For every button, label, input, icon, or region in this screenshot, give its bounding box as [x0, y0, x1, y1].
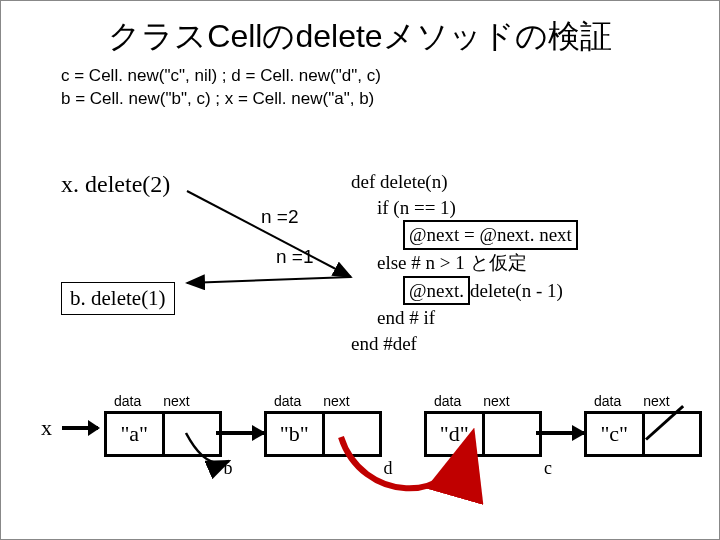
setup-code: c = Cell. new("c", nil) ; d = Cell. new(… — [1, 65, 719, 111]
code-line-recurse-highlight: @next. — [403, 276, 470, 306]
header-next: next — [163, 393, 189, 409]
cell-b-data: "b" — [267, 414, 325, 454]
cell-under-c: c — [544, 458, 552, 479]
page-title: クラスCellのdeleteメソッドの検証 — [1, 1, 719, 65]
calls-block: x. delete(2) n =2 n =1 b. delete(1) — [61, 171, 341, 315]
x-arrow-icon — [62, 426, 98, 430]
cell-a: data next "a" b — [104, 393, 222, 457]
setup-line1: c = Cell. new("c", nil) ; d = Cell. new(… — [61, 65, 719, 88]
code-line-else: else # n > 1 と仮定 — [351, 250, 578, 276]
header-next: next — [323, 393, 349, 409]
n-equals-1: n =1 — [276, 246, 314, 268]
header-data: data — [594, 393, 621, 409]
header-data: data — [274, 393, 301, 409]
code-line-then-highlight: @next = @next. next — [403, 220, 578, 250]
cell-under-b: b — [223, 458, 232, 479]
cell-under-d: d — [383, 458, 392, 479]
header-next: next — [483, 393, 509, 409]
n-equals-2: n =2 — [261, 206, 299, 228]
pointer-arrow-icon — [536, 431, 584, 435]
header-data: data — [434, 393, 461, 409]
cell-c-data: "c" — [587, 414, 645, 454]
cell-d-next — [485, 414, 540, 454]
method-code: def delete(n) if (n == 1) @next = @next.… — [351, 169, 578, 356]
setup-line2: b = Cell. new("b", c) ; x = Cell. new("a… — [61, 88, 719, 111]
cells-row: x data next "a" b data next "b" d — [41, 393, 702, 457]
cell-a-next — [165, 414, 220, 454]
header-next: next — [643, 393, 669, 409]
cell-a-data: "a" — [107, 414, 165, 454]
code-line-endif: end # if — [351, 305, 578, 331]
header-data: data — [114, 393, 141, 409]
call-b-delete: b. delete(1) — [61, 282, 175, 315]
code-line-enddef: end #def — [351, 331, 578, 357]
cell-c: data next "c" — [584, 393, 702, 457]
cell-d: data next "d" c — [424, 393, 542, 457]
pointer-arrow-icon — [216, 431, 264, 435]
x-label: x — [41, 415, 52, 441]
code-line-def: def delete(n) — [351, 169, 578, 195]
cell-d-data: "d" — [427, 414, 485, 454]
code-line-if: if (n == 1) — [351, 195, 578, 221]
cell-b: data next "b" d — [264, 393, 382, 457]
cell-b-next — [325, 414, 380, 454]
call-x-delete: x. delete(2) — [61, 171, 341, 198]
